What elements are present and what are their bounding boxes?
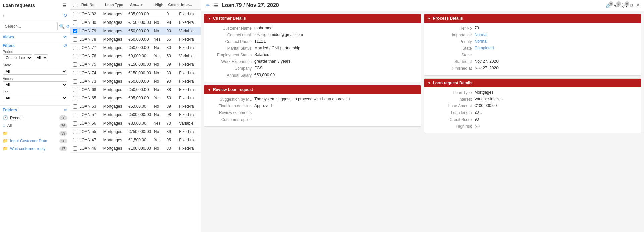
state-select[interactable]: All	[3, 68, 67, 75]
search-button[interactable]: 🔍	[59, 24, 65, 29]
tag-select[interactable]: All	[3, 95, 67, 101]
row-checkbox-LOAN.74[interactable]	[73, 71, 77, 75]
cell-ref-LOAN.82: LOAN.82	[79, 12, 103, 16]
link-button[interactable]: 🔗0	[606, 3, 611, 8]
list-row-LOAN.68[interactable]: LOAN.68 Mortgages €50,000.00 No 88 Fixed…	[70, 86, 201, 94]
refresh-icon[interactable]: ↻	[63, 13, 67, 18]
list-row-LOAN.79[interactable]: LOAN.79 Mortgages €50,000.00 No 90 Varia…	[70, 27, 201, 35]
review-loan-header: ▼ Review Loan request	[204, 85, 421, 94]
cell-amount-LOAN.56: €8,000.00	[128, 121, 154, 126]
menu-icon[interactable]: ☰	[62, 2, 67, 9]
search-input[interactable]	[3, 22, 58, 30]
cell-type-LOAN.47: Mortgages	[103, 138, 129, 142]
list-row-LOAN.76[interactable]: LOAN.76 Mortgages €9,000.00 Yes 50 Varia…	[70, 52, 201, 60]
col-header-amount[interactable]: Am... ▼	[129, 2, 153, 7]
row-checkbox-LOAN.73[interactable]	[73, 79, 77, 84]
views-section-header[interactable]: Views 👁	[0, 33, 70, 41]
detail-toolbar: ✏ ☰ Loan.79 / Nov 27, 2020 🔗0 🏷0 💬0 ⧉ ✕	[201, 0, 644, 11]
cell-amount-LOAN.57: €500,000.00	[128, 112, 154, 117]
col-header-interest[interactable]: Inter...	[180, 2, 198, 7]
row-checkbox-LOAN.75[interactable]	[73, 62, 77, 67]
list-row-LOAN.57[interactable]: LOAN.57 Mortgages €500,000.00 No 98 Fixe…	[70, 111, 201, 119]
filter-section: Period Create date All State All Access …	[0, 50, 70, 106]
cell-ref-LOAN.55: LOAN.55	[79, 129, 103, 134]
cell-high-LOAN.57: No	[154, 112, 167, 117]
close-button[interactable]: ✕	[636, 3, 640, 8]
list-row-LOAN.73[interactable]: LOAN.73 Mortgages €50,000.00 No 90 Fixed…	[70, 77, 201, 86]
list-row-LOAN.65[interactable]: LOAN.65 Mortgages €95,000.00 Yes 50 Fixe…	[70, 94, 201, 102]
detail-left-col: ▼ Customer Details Customer Name mohamed…	[204, 14, 421, 229]
list-row-LOAN.56[interactable]: LOAN.56 Mortgages €8,000.00 Yes 70 Varia…	[70, 119, 201, 128]
cell-credit-LOAN.78: 65	[167, 37, 179, 42]
copy-button[interactable]: ⧉	[630, 3, 633, 8]
folder-item-Input Customer Data[interactable]: 📁 Input Customer Data 20	[3, 137, 67, 145]
cell-ref-LOAN.78: LOAN.78	[79, 37, 103, 42]
chat-button[interactable]: 💬0	[622, 3, 627, 8]
cell-amount-LOAN.77: €50,000.00	[128, 45, 154, 50]
select-all-checkbox[interactable]	[73, 3, 77, 7]
detail-row-7: Annual Salary €50,000.00	[208, 73, 417, 78]
cell-type-LOAN.74: Mortgages	[103, 71, 129, 75]
folders-section-header[interactable]: Folders ✏	[0, 106, 70, 114]
folder-item-2[interactable]: 📁 39	[3, 129, 67, 137]
col-header-high[interactable]: High...	[154, 2, 166, 7]
list-row-LOAN.78[interactable]: LOAN.78 Mortgages €50,000.00 Yes 65 Fixe…	[70, 35, 201, 44]
list-row-LOAN.55[interactable]: LOAN.55 Mortgages €750,000.00 No 89 Fixe…	[70, 128, 201, 136]
info-icon[interactable]: ℹ	[349, 97, 350, 101]
row-checkbox-LOAN.78[interactable]	[73, 37, 77, 42]
list-row-LOAN.82[interactable]: LOAN.82 Mortgages €35,000.00 0 Fixed-ra	[70, 10, 201, 18]
row-checkbox-LOAN.79[interactable]	[73, 29, 77, 33]
row-checkbox-LOAN.55[interactable]	[73, 130, 77, 134]
cell-interest-LOAN.68: Fixed-ra	[179, 87, 198, 92]
row-checkbox-LOAN.77[interactable]	[73, 46, 77, 50]
row-checkbox-LOAN.56[interactable]	[73, 121, 77, 126]
info-icon[interactable]: ℹ	[271, 104, 272, 108]
col-header-credit[interactable]: Credit...	[167, 2, 179, 7]
filters-reset-icon[interactable]: ↺	[63, 43, 67, 48]
row-checkbox-LOAN.76[interactable]	[73, 54, 77, 58]
row-checkbox-LOAN.57[interactable]	[73, 113, 77, 117]
edit-icon[interactable]: ✏	[205, 2, 211, 9]
cell-credit-LOAN.76: 50	[167, 54, 179, 58]
state-label: State	[3, 63, 67, 67]
row-checkbox-LOAN.46[interactable]	[73, 146, 77, 151]
list-row-LOAN.46[interactable]: LOAN.46 Mortgages €100,000.00 No 80 Fixe…	[70, 144, 201, 153]
col-header-loantype[interactable]: Loan Type	[104, 2, 128, 7]
back-arrow-icon[interactable]: ‹	[3, 12, 4, 18]
folders-edit-icon[interactable]: ✏	[64, 108, 67, 112]
row-checkbox-LOAN.63[interactable]	[73, 104, 77, 109]
advanced-search-button[interactable]: ⚙	[66, 24, 70, 29]
cell-amount-LOAN.55: €750,000.00	[128, 129, 154, 134]
period-value-select[interactable]: All	[34, 54, 48, 61]
cell-ref-LOAN.68: LOAN.68	[79, 87, 103, 92]
row-checkbox-LOAN.47[interactable]	[73, 138, 77, 142]
filters-section-header[interactable]: Filters ↺	[0, 41, 70, 50]
folder-item-Recent[interactable]: 🕐 Recent 20	[3, 114, 67, 122]
period-type-select[interactable]: Create date	[3, 54, 32, 61]
hamburger-icon[interactable]: ☰	[213, 2, 219, 9]
detail-row-0: Suggestion by ML The system suggests to …	[208, 97, 417, 102]
row-checkbox-LOAN.80[interactable]	[73, 20, 77, 25]
cell-high-LOAN.75: No	[154, 62, 167, 67]
detail-toolbar-left: ✏ ☰ Loan.79 / Nov 27, 2020	[205, 2, 603, 9]
field-label-2: Review comments	[208, 110, 252, 115]
list-row-LOAN.74[interactable]: LOAN.74 Mortgages €150,000.00 No 89 Fixe…	[70, 69, 201, 77]
folder-item-All[interactable]: ○ All 76	[3, 122, 67, 129]
list-row-LOAN.47[interactable]: LOAN.47 Mortgages €1,500.00... Yes 95 Fi…	[70, 136, 201, 144]
list-row-LOAN.63[interactable]: LOAN.63 Mortgages €5,000.00 No 89 Fixed-…	[70, 102, 201, 111]
cell-amount-LOAN.68: €50,000.00	[128, 87, 154, 92]
access-select[interactable]: All	[3, 81, 67, 88]
list-row-LOAN.75[interactable]: LOAN.75 Mortgages €150,000.00 No 89 Fixe…	[70, 60, 201, 69]
cell-ref-LOAN.79: LOAN.79	[79, 29, 103, 33]
list-row-LOAN.80[interactable]: LOAN.80 Mortgages €150,000.00 No 98 Fixe…	[70, 18, 201, 27]
folder-icon-4: 📁	[3, 146, 8, 151]
row-checkbox-LOAN.65[interactable]	[73, 96, 77, 100]
row-checkbox-LOAN.82[interactable]	[73, 12, 77, 16]
info-icon[interactable]: ℹ	[480, 110, 482, 114]
list-row-LOAN.77[interactable]: LOAN.77 Mortgages €50,000.00 No 80 Fixed…	[70, 44, 201, 52]
row-checkbox-LOAN.68[interactable]	[73, 88, 77, 92]
tag-button[interactable]: 🏷0	[614, 3, 619, 8]
folder-item-Wait customer reply[interactable]: 📁 Wait customer reply 17	[3, 145, 67, 152]
field-value-4: 90	[475, 117, 637, 122]
col-header-refno[interactable]: Ref. No	[80, 2, 103, 7]
